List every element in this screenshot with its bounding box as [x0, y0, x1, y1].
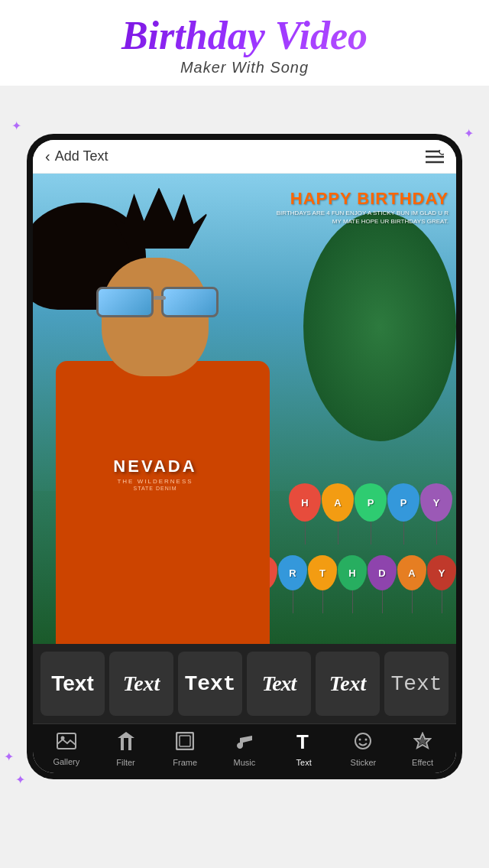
- nav-sticker-label: Sticker: [351, 758, 377, 767]
- svg-point-11: [359, 739, 361, 741]
- menu-icon: [426, 150, 444, 164]
- balloon-y: Y: [420, 483, 452, 545]
- app-title: Birthday Video: [15, 14, 474, 57]
- photo-canvas[interactable]: NEVADA THE WILDERNESS STATE DENIM HAPPY …: [33, 174, 456, 644]
- app-subtitle: Maker With Song: [15, 59, 474, 76]
- text-style-serif[interactable]: Text: [247, 652, 311, 716]
- filter-icon: [118, 732, 134, 755]
- balloon-r: R: [278, 555, 307, 613]
- effect-icon: [413, 732, 432, 755]
- nav-frame-label: Frame: [173, 758, 197, 767]
- svg-rect-8: [180, 736, 190, 746]
- star-decor-1: ✦: [11, 119, 21, 133]
- nav-effect-label: Effect: [412, 758, 433, 767]
- nav-text[interactable]: T Text: [281, 732, 327, 767]
- bottom-navigation: Gallery Filter Frame: [33, 723, 456, 773]
- phone-mockup: ‹ Add Text: [27, 134, 462, 779]
- sticker-icon: [354, 732, 372, 755]
- person-sunglasses: [92, 287, 222, 321]
- birthday-subtext: BIRTHDAYS ARE 4 FUN ENJOY A STICKY BUN I…: [273, 209, 449, 226]
- person-shirt: [56, 361, 270, 644]
- gallery-icon: [57, 733, 76, 754]
- nav-text-label: Text: [296, 758, 312, 767]
- svg-point-10: [355, 733, 371, 749]
- star-decor-2: ✦: [464, 126, 474, 141]
- nav-effect[interactable]: Effect: [400, 732, 445, 767]
- text-style-mono[interactable]: Text: [178, 652, 242, 716]
- nav-filter[interactable]: Filter: [103, 732, 149, 767]
- frame-icon: [176, 732, 194, 755]
- balloon-a2: A: [397, 555, 426, 613]
- back-icon: ‹: [45, 148, 50, 165]
- nav-filter-label: Filter: [116, 758, 134, 767]
- shirt-text: NEVADA THE WILDERNESS STATE DENIM: [79, 457, 232, 491]
- text-style-italic[interactable]: Text: [109, 652, 173, 716]
- birthday-text-overlay: HAPPY BIRTHDAY BIRTHDAYS ARE 4 FUN ENJOY…: [273, 189, 449, 226]
- happy-birthday-text: HAPPY BIRTHDAY: [273, 189, 449, 209]
- balloon-h: H: [289, 483, 321, 545]
- text-style-light[interactable]: Text: [384, 652, 449, 716]
- phone-topbar: ‹ Add Text: [33, 140, 456, 174]
- nav-gallery-label: Gallery: [53, 757, 79, 766]
- text-icon: T: [296, 732, 312, 755]
- nav-frame[interactable]: Frame: [162, 732, 208, 767]
- music-icon: [236, 732, 253, 755]
- text-style-plain[interactable]: Text: [40, 652, 105, 716]
- phone-screen: ‹ Add Text: [33, 140, 456, 773]
- balloon-y2: Y: [427, 555, 456, 613]
- balloon-p1: P: [355, 483, 387, 545]
- nav-sticker[interactable]: Sticker: [340, 732, 386, 767]
- foliage-bg: [303, 212, 456, 441]
- balloon-a: A: [322, 483, 354, 545]
- topbar-title: Add Text: [55, 148, 108, 164]
- balloon-h2: H: [338, 555, 367, 613]
- menu-button[interactable]: [426, 150, 444, 164]
- star-decor-4: ✦: [15, 772, 25, 787]
- balloon-t: T: [308, 555, 337, 613]
- text-style-fancy[interactable]: Text: [316, 652, 380, 716]
- svg-marker-6: [118, 732, 134, 750]
- balloon-d: D: [368, 555, 397, 613]
- svg-point-12: [365, 739, 368, 741]
- app-header: Birthday Video Maker With Song: [0, 0, 489, 86]
- nav-gallery[interactable]: Gallery: [44, 733, 89, 766]
- nav-music-label: Music: [234, 758, 256, 767]
- nav-music[interactable]: Music: [222, 732, 267, 767]
- svg-text:T: T: [296, 732, 309, 750]
- back-button[interactable]: ‹ Add Text: [45, 148, 108, 165]
- text-style-options: Text Text Text Text Text Text: [33, 644, 456, 723]
- balloon-p2: P: [387, 483, 419, 545]
- svg-point-3: [439, 150, 444, 154]
- balloons-row1: H A P P Y: [289, 483, 452, 545]
- star-decor-3: ✦: [4, 749, 14, 764]
